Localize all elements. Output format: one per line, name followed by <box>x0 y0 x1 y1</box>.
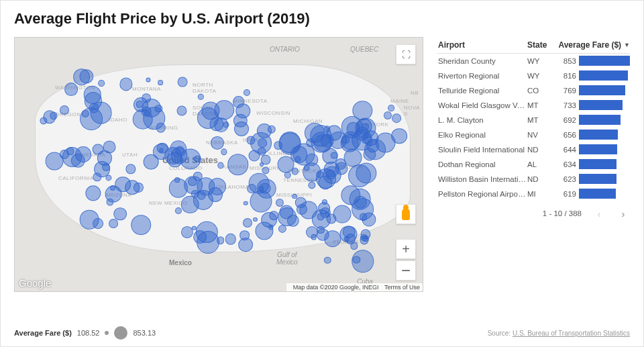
fullscreen-icon: ⛶ <box>402 50 411 60</box>
map-terms-link[interactable]: Terms of Use <box>384 284 420 291</box>
source-citation: Source: U.S. Bureau of Transportation St… <box>488 330 630 337</box>
table-panel: Airport State Average Fare ($) ▼ Sherida… <box>437 37 630 321</box>
cell-state: ND <box>527 175 557 183</box>
cell-fare: 769 <box>557 85 630 95</box>
cell-airport: L. M. Clayton <box>437 116 527 124</box>
col-header-state[interactable]: State <box>527 40 557 50</box>
fare-bar-track <box>579 144 630 154</box>
legend-dot-small-icon <box>105 331 109 335</box>
col-header-fare[interactable]: Average Fare ($) ▼ <box>557 40 630 50</box>
bubble-legend: Average Fare ($) 108.52 853.13 <box>14 326 156 340</box>
cell-fare: 692 <box>557 115 630 125</box>
fullscreen-button[interactable]: ⛶ <box>396 44 416 64</box>
cell-fare: 634 <box>557 159 630 169</box>
cell-airport: Sheridan County <box>437 57 527 65</box>
fare-value: 816 <box>557 72 576 80</box>
table-row[interactable]: L. M. ClaytonMT692 <box>437 113 630 128</box>
cell-state: MT <box>527 116 557 124</box>
fare-bar <box>579 100 623 110</box>
pager-next-button[interactable]: › <box>616 207 630 220</box>
us-landmass <box>35 64 411 252</box>
fare-bar-track <box>579 189 630 199</box>
fare-value: 769 <box>557 87 576 95</box>
fare-value: 634 <box>557 160 576 168</box>
fare-value: 692 <box>557 116 576 124</box>
table-row[interactable]: Riverton RegionalWY816 <box>437 68 630 83</box>
legend-dot-large-icon <box>114 326 127 340</box>
zoom-out-button[interactable]: − <box>396 260 416 281</box>
cell-airport: Williston Basin International <box>437 175 527 183</box>
cell-state: AL <box>527 160 557 168</box>
fare-value: 623 <box>557 175 576 183</box>
legend-label: Average Fare ($) <box>14 329 72 337</box>
cell-airport: Telluride Regional <box>437 87 527 95</box>
table-row[interactable]: Williston Basin InternationalND623 <box>437 172 630 187</box>
fare-bar-track <box>579 174 630 184</box>
chevron-right-icon: › <box>622 208 625 219</box>
cell-fare: 644 <box>557 144 630 154</box>
fare-value: 853 <box>557 57 576 65</box>
table-row[interactable]: Dothan RegionalAL634 <box>437 157 630 172</box>
col-header-airport[interactable]: Airport <box>437 40 527 50</box>
table-body: Sheridan CountyWY853Riverton RegionalWY8… <box>437 54 630 201</box>
cell-state: ND <box>527 146 557 154</box>
fare-bar <box>579 174 616 184</box>
source-link[interactable]: U.S. Bureau of Transportation Statistics <box>513 330 630 337</box>
streetview-button[interactable] <box>396 204 416 224</box>
cell-airport: Riverton Regional <box>437 72 527 80</box>
pegman-icon <box>402 208 410 220</box>
table-row[interactable]: Telluride RegionalCO769 <box>437 83 630 98</box>
cell-airport: Elko Regional <box>437 131 527 139</box>
cell-fare: 853 <box>557 56 630 66</box>
cell-state: MI <box>527 190 557 198</box>
cell-state: CO <box>527 87 557 95</box>
pager: 1 - 10 / 388 ‹ › <box>437 207 630 220</box>
fare-bar <box>579 85 625 95</box>
col-header-fare-label: Average Fare ($) <box>558 40 621 50</box>
fare-bar-track <box>579 56 630 66</box>
pager-prev-button[interactable]: ‹ <box>592 207 606 220</box>
zoom-in-button[interactable]: + <box>396 239 416 259</box>
cell-fare: 623 <box>557 174 630 184</box>
fare-bar-track <box>579 159 630 169</box>
google-logo: Google <box>15 276 55 291</box>
legend-min: 108.52 <box>77 329 100 337</box>
cell-state: WY <box>527 72 557 80</box>
cell-state: NV <box>527 131 557 139</box>
cell-state: MT <box>527 101 557 109</box>
table-row[interactable]: Pellston Regional Airport of E...MI619 <box>437 187 630 201</box>
cell-fare: 816 <box>557 70 630 81</box>
fare-value: 733 <box>557 101 576 109</box>
table-row[interactable]: Elko RegionalNV656 <box>437 128 630 142</box>
chevron-left-icon: ‹ <box>598 208 601 219</box>
map-attribution-text: Map data ©2020 Google, INEGI <box>293 284 379 291</box>
minus-icon: − <box>401 266 411 275</box>
fare-bar <box>579 115 621 125</box>
fare-value: 656 <box>557 131 576 139</box>
fare-bar-track <box>579 70 630 81</box>
map-panel[interactable]: ONTARIO QUEBEC Mexico Gulf of Mexico Cub… <box>14 37 423 292</box>
fare-bar-track <box>579 85 630 95</box>
fare-value: 644 <box>557 146 576 154</box>
fare-bar-track <box>579 115 630 125</box>
cell-fare: 619 <box>557 189 630 199</box>
fare-bar-track <box>579 100 630 110</box>
fare-bar <box>579 130 618 140</box>
fare-bar <box>579 70 628 81</box>
table-row[interactable]: Sheridan CountyWY853 <box>437 54 630 68</box>
cell-airport: Sloulin Field International <box>437 146 527 154</box>
plus-icon: + <box>402 242 410 257</box>
page-title: Average Flight Price by U.S. Airport (20… <box>14 10 630 28</box>
fare-bar <box>579 56 630 66</box>
table-row[interactable]: Sloulin Field InternationalND644 <box>437 142 630 157</box>
fare-bar <box>579 159 616 169</box>
cell-fare: 733 <box>557 100 630 110</box>
table-row[interactable]: Wokal Field Glasgow Valley Co...MT733 <box>437 98 630 113</box>
cell-airport: Wokal Field Glasgow Valley Co... <box>437 101 527 109</box>
fare-bar-track <box>579 130 630 140</box>
table-header-row: Airport State Average Fare ($) ▼ <box>437 37 630 54</box>
legend-max: 853.13 <box>133 329 156 337</box>
cell-airport: Dothan Regional <box>437 160 527 168</box>
footer: Average Fare ($) 108.52 853.13 Source: U… <box>14 326 630 340</box>
map-attribution: Map data ©2020 Google, INEGI Terms of Us… <box>286 283 423 291</box>
